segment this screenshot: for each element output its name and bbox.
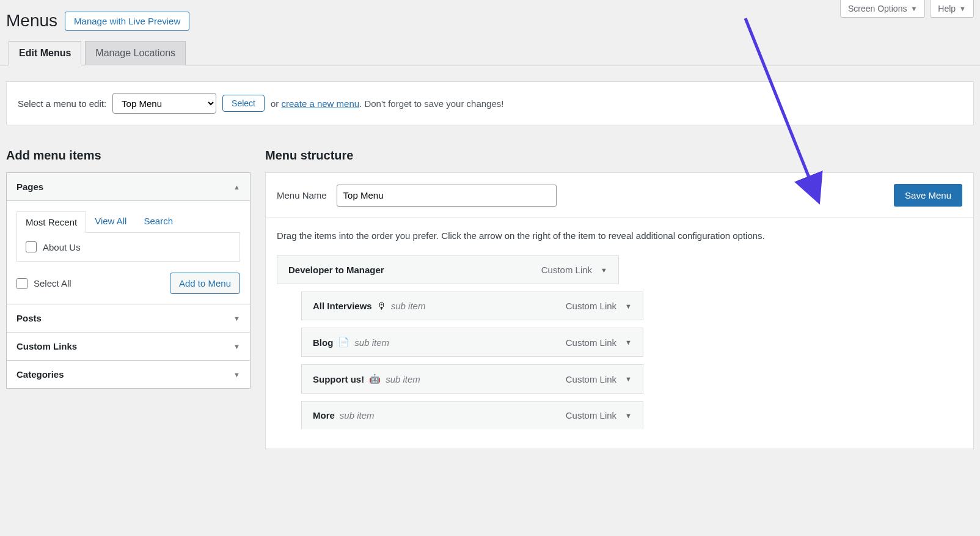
tab-manage-locations[interactable]: Manage Locations	[85, 41, 186, 65]
menu-item-all-interviews[interactable]: All Interviews 🎙 sub item Custom Link ▼	[277, 292, 962, 320]
accordion-pages-header[interactable]: Pages ▲	[7, 173, 250, 201]
chevron-down-icon[interactable]: ▼	[601, 266, 607, 274]
structure-description: Drag the items into the order you prefer…	[266, 218, 973, 247]
chevron-down-icon[interactable]: ▼	[625, 375, 632, 383]
chevron-down-icon: ▼	[910, 5, 917, 12]
add-to-menu-button[interactable]: Add to Menu	[170, 273, 240, 294]
help-button[interactable]: Help ▼	[930, 0, 974, 18]
accordion-categories-header[interactable]: Categories ▼	[7, 360, 250, 388]
add-menu-items-title: Add menu items	[6, 149, 250, 163]
menu-structure-title: Menu structure	[265, 149, 974, 163]
save-menu-button[interactable]: Save Menu	[894, 184, 962, 207]
menu-item-type: Custom Link	[566, 301, 616, 311]
menu-item-type: Custom Link	[566, 374, 616, 384]
chevron-down-icon: ▼	[233, 343, 240, 350]
help-label: Help	[938, 4, 956, 13]
chevron-down-icon: ▼	[959, 5, 966, 12]
add-items-accordion: Pages ▲ Most Recent View All Search Abou…	[6, 172, 250, 389]
screen-options-label: Screen Options	[848, 4, 907, 13]
menu-item-type: Custom Link	[566, 337, 616, 348]
subtab-search[interactable]: Search	[135, 211, 181, 232]
mic-icon: 🎙	[377, 301, 386, 311]
chevron-up-icon: ▲	[233, 183, 240, 191]
accordion-pages-body: Most Recent View All Search About Us Sel…	[7, 201, 250, 304]
page-item-about-us[interactable]: About Us	[26, 241, 231, 252]
select-button[interactable]: Select	[222, 95, 265, 112]
page-icon: 📄	[338, 337, 349, 348]
chevron-down-icon[interactable]: ▼	[625, 412, 632, 419]
menu-item-more[interactable]: More sub item Custom Link ▼	[277, 401, 962, 429]
menu-structure-panel: Menu Name Save Menu Drag the items into …	[265, 172, 974, 449]
chevron-down-icon: ▼	[233, 315, 240, 322]
page-checkbox-about-us[interactable]	[26, 241, 37, 252]
menu-item-blog[interactable]: Blog 📄 sub item Custom Link ▼	[277, 328, 962, 357]
menu-name-input[interactable]	[337, 185, 557, 207]
select-menu-label: Select a menu to edit:	[18, 98, 106, 109]
live-preview-button[interactable]: Manage with Live Preview	[65, 12, 189, 31]
menu-item-support[interactable]: Support us! 🤖 sub item Custom Link ▼	[277, 364, 962, 394]
accordion-posts-header[interactable]: Posts ▼	[7, 304, 250, 332]
select-all-checkbox[interactable]	[16, 278, 27, 289]
accordion-custom-links-header[interactable]: Custom Links ▼	[7, 332, 250, 360]
select-or-text: or create a new menu. Don't forget to sa…	[271, 98, 503, 109]
menu-select[interactable]: Top Menu	[112, 93, 216, 114]
chevron-down-icon[interactable]: ▼	[625, 339, 632, 346]
page-title: Menus	[6, 11, 57, 31]
menu-item-type: Custom Link	[541, 265, 592, 275]
select-menu-row: Select a menu to edit: Top Menu Select o…	[6, 81, 974, 125]
chevron-down-icon[interactable]: ▼	[625, 303, 632, 310]
select-all-row[interactable]: Select All	[16, 278, 71, 289]
subtab-view-all[interactable]: View All	[86, 211, 135, 232]
chevron-down-icon: ▼	[233, 371, 240, 378]
subtab-most-recent[interactable]: Most Recent	[16, 211, 86, 233]
menu-name-label: Menu Name	[277, 190, 327, 200]
robot-icon: 🤖	[369, 373, 381, 384]
menu-item-root[interactable]: Developer to Manager Custom Link ▼	[277, 255, 962, 284]
tab-edit-menus[interactable]: Edit Menus	[9, 41, 81, 65]
screen-options-button[interactable]: Screen Options ▼	[840, 0, 925, 18]
create-new-menu-link[interactable]: create a new menu	[282, 98, 360, 109]
menu-item-type: Custom Link	[566, 410, 616, 420]
